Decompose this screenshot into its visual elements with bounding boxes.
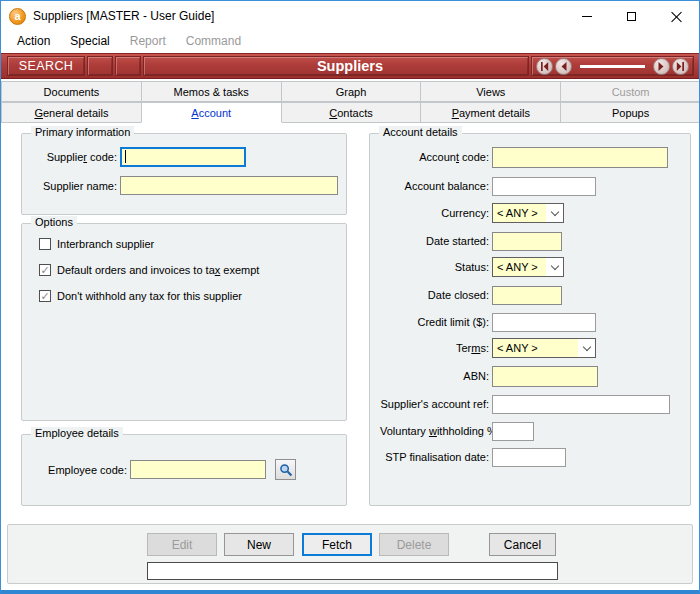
withhold-tax-option: ✓ Don't withhold any tax for this suppli…: [39, 290, 242, 302]
employee-lookup-button[interactable]: [275, 459, 296, 480]
primary-information-title: Primary information: [31, 126, 134, 138]
date-started-label: Date started:: [380, 235, 489, 247]
currency-value: < ANY >: [493, 204, 546, 222]
chevron-down-icon: [546, 258, 563, 276]
interbranch-supplier-checkbox[interactable]: [39, 238, 51, 250]
last-record-button[interactable]: [672, 58, 689, 75]
fetch-button[interactable]: Fetch: [302, 533, 372, 556]
abn-input[interactable]: [492, 366, 598, 387]
tab-documents[interactable]: Documents: [1, 81, 142, 102]
voluntary-withholding-label: Voluntary withholding %:: [380, 425, 489, 437]
window-controls: [564, 1, 699, 31]
interbranch-supplier-option: Interbranch supplier: [39, 238, 154, 250]
supplier-account-ref-label: Supplier's account ref:: [380, 398, 489, 410]
stp-finalisation-date-label: STP finalisation date:: [380, 451, 489, 463]
text-caret: [125, 150, 126, 163]
toolbar-title-cell: [143, 56, 529, 76]
account-code-label: Account code:: [380, 151, 489, 163]
currency-dropdown[interactable]: < ANY >: [492, 203, 564, 223]
tab-graph[interactable]: Graph: [281, 81, 422, 102]
account-code-input[interactable]: [492, 147, 668, 168]
status-message-field[interactable]: [147, 562, 558, 580]
minimize-button[interactable]: [564, 1, 609, 31]
tax-exempt-option: ✓ Default orders and invoices to tax exe…: [39, 264, 259, 276]
tab-views[interactable]: Views: [420, 81, 561, 102]
account-details-title: Account details: [379, 126, 462, 138]
supplier-account-ref-input[interactable]: [492, 395, 670, 414]
supplier-name-input[interactable]: [120, 176, 338, 195]
employee-details-title: Employee details: [31, 427, 123, 439]
currency-label: Currency:: [380, 207, 489, 219]
credit-limit-input[interactable]: [492, 313, 596, 332]
last-record-icon: [676, 62, 685, 71]
toolbar-cell-1[interactable]: [87, 56, 113, 76]
title-bar: a Suppliers [MASTER - User Guide]: [1, 1, 699, 31]
voluntary-withholding-input[interactable]: [492, 422, 534, 441]
tab-memos-tasks[interactable]: Memos & tasks: [141, 81, 282, 102]
credit-limit-label: Credit limit ($):: [380, 316, 489, 328]
action-button-panel: Edit New Fetch Delete Cancel: [7, 524, 693, 584]
first-record-button[interactable]: [536, 58, 553, 75]
first-record-icon: [540, 62, 549, 71]
status-dropdown[interactable]: < ANY >: [492, 257, 564, 277]
toolbar-cell-2[interactable]: [115, 56, 141, 76]
cancel-button[interactable]: Cancel: [489, 533, 556, 556]
maximize-icon: [627, 12, 636, 21]
account-balance-input[interactable]: [492, 177, 596, 196]
chevron-down-icon: [578, 339, 595, 357]
search-button[interactable]: SEARCH: [7, 56, 85, 76]
maximize-button[interactable]: [609, 1, 654, 31]
menu-special[interactable]: Special: [60, 32, 119, 52]
record-navigator: [531, 56, 694, 76]
terms-label: Terms:: [380, 342, 489, 354]
tab-custom: Custom: [560, 81, 700, 102]
primary-information-group: Primary information Supplier code: Suppl…: [21, 133, 347, 215]
date-started-input[interactable]: [492, 232, 562, 251]
employee-code-input[interactable]: [130, 460, 266, 479]
prev-record-icon: [559, 62, 568, 71]
minimize-icon: [582, 16, 592, 17]
tab-account[interactable]: Account: [141, 102, 282, 123]
supplier-code-input[interactable]: [120, 147, 246, 167]
account-balance-label: Account balance:: [380, 180, 489, 192]
menu-report: Report: [120, 32, 176, 52]
supplier-code-field-wrap: [120, 147, 246, 167]
search-icon: [279, 463, 293, 477]
close-icon: [671, 11, 682, 22]
withhold-tax-checkbox[interactable]: ✓: [39, 290, 51, 302]
prev-record-button[interactable]: [555, 58, 572, 75]
app-window: a Suppliers [MASTER - User Guide] Action…: [0, 0, 700, 594]
tab-popups[interactable]: Popups: [560, 102, 700, 123]
delete-button: Delete: [379, 533, 449, 556]
status-value: < ANY >: [493, 258, 546, 276]
record-position-slider[interactable]: [580, 65, 645, 68]
employee-code-label: Employee code:: [22, 464, 127, 476]
stp-finalisation-date-input[interactable]: [492, 448, 566, 467]
terms-value: < ANY >: [493, 339, 578, 357]
menu-command: Command: [176, 32, 251, 52]
next-record-button[interactable]: [653, 58, 670, 75]
date-closed-input[interactable]: [492, 286, 562, 305]
window-title: Suppliers [MASTER - User Guide]: [33, 9, 214, 23]
new-button[interactable]: New: [224, 533, 294, 556]
terms-dropdown[interactable]: < ANY >: [492, 338, 596, 358]
abn-label: ABN:: [380, 370, 489, 382]
status-label: Status:: [380, 261, 489, 273]
supplier-name-label: Supplier name:: [22, 180, 117, 192]
chevron-down-icon: [546, 204, 563, 222]
tab-row-primary: General details Account Contacts Payment…: [1, 102, 700, 123]
employee-details-group: Employee details Employee code:: [21, 434, 347, 506]
interbranch-supplier-label: Interbranch supplier: [57, 238, 154, 250]
menu-action[interactable]: Action: [7, 32, 60, 52]
date-closed-label: Date closed:: [380, 289, 489, 301]
tab-strip: Documents Memos & tasks Graph Views Cust…: [1, 81, 700, 123]
tax-exempt-label: Default orders and invoices to tax exemp…: [57, 264, 259, 276]
close-button[interactable]: [654, 1, 699, 31]
tax-exempt-checkbox[interactable]: ✓: [39, 264, 51, 276]
tab-row-secondary: Documents Memos & tasks Graph Views Cust…: [1, 81, 700, 102]
tab-contacts[interactable]: Contacts: [281, 102, 422, 123]
supplier-code-label: Supplier code:: [22, 151, 117, 163]
tab-general-details[interactable]: General details: [1, 102, 142, 123]
tab-payment-details[interactable]: Payment details: [420, 102, 561, 123]
withhold-tax-label: Don't withhold any tax for this supplier: [57, 290, 242, 302]
